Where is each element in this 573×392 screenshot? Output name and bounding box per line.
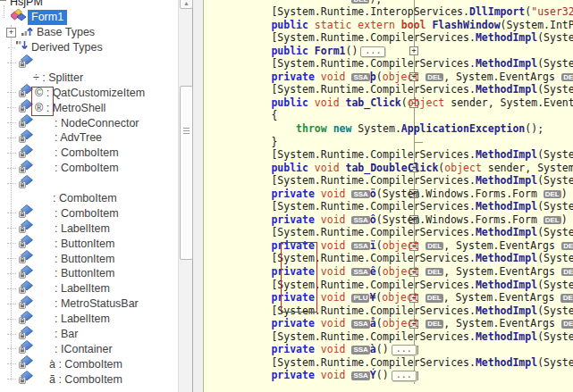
panel-divider[interactable]	[193, 0, 204, 392]
code-token: (Syste	[537, 174, 573, 187]
tree-scrollbar[interactable]: ▲	[178, 0, 193, 392]
member-label: : IContainer	[35, 343, 113, 355]
code-token: (	[376, 317, 383, 329]
collapsed-region-box[interactable]: ...	[392, 345, 417, 355]
expander-icon[interactable]: +	[0, 0, 6, 1]
tree-item[interactable]: © : QatCustomizeItem	[0, 85, 178, 100]
code-line: [System.Runtime.CompilerServices.MethodI…	[222, 356, 573, 370]
code-line: {	[222, 109, 573, 122]
tree-item[interactable]: : ButtonItem	[0, 236, 178, 251]
tree-item[interactable]: : ButtonItem	[0, 251, 178, 266]
tree-guide-tick	[7, 168, 16, 169]
member-tree-panel[interactable]: +HsjPMForm1+Base TypesDerived Types÷ : S…	[0, 0, 178, 392]
code-token: ApplicationException	[401, 122, 525, 135]
tree-item[interactable]: : ComboItem	[0, 161, 178, 176]
tree-guide-tick	[7, 288, 16, 289]
tree-guide-tick	[7, 348, 16, 349]
code-line: private void SSAà()...	[222, 343, 573, 356]
control-char-badge: PLU	[351, 294, 369, 303]
code-line: [System.Runtime.CompilerServices.MethodI…	[222, 279, 573, 292]
tree-item[interactable]: : IContainer	[0, 341, 178, 356]
collapsed-region-box[interactable]: ...	[360, 46, 385, 57]
member-label: : ComboItem	[35, 162, 119, 174]
code-token: ()	[376, 369, 389, 381]
tree-item[interactable]: : ComboItem	[0, 205, 178, 221]
code-token: void	[321, 239, 352, 252]
tree-item[interactable]: : LabelItem	[0, 281, 178, 296]
tree-item[interactable]: Form1	[0, 10, 178, 25]
code-line: public Form1()...	[222, 45, 573, 58]
code-token: , System.EventArgs	[443, 317, 561, 329]
scrollbar-thumb[interactable]	[180, 86, 193, 260]
code-token: void	[321, 213, 352, 226]
code-token: [System.Runtime.CompilerServices.	[271, 57, 475, 70]
code-line: [System.Runtime.CompilerServices.MethodI…	[222, 330, 573, 344]
code-token: void	[321, 188, 352, 200]
member-label: : Bar	[35, 328, 78, 340]
selected-class-label: Form1	[28, 10, 67, 25]
member-label: : AdvTree	[35, 131, 102, 144]
code-token: FlashWindow	[432, 19, 500, 31]
code-line: [System.Runtime.CompilerServices.MethodI…	[222, 226, 573, 239]
tree-item[interactable]: : Bar	[0, 327, 178, 342]
tree-item[interactable]: : MetroStatusBar	[0, 296, 178, 312]
code-token: ô	[370, 213, 376, 226]
tree-item[interactable]: : LabelItem	[0, 312, 178, 327]
code-line: }	[222, 136, 573, 149]
tree-item[interactable]: : ComboItem	[0, 146, 178, 161]
code-token: , System.EventArgs	[443, 265, 561, 278]
code-line: private void SSAï(object DEL, System.Eve…	[222, 239, 573, 253]
code-token: Ý	[370, 369, 376, 381]
code-token: public	[271, 45, 314, 57]
member-label: : NodeConnector	[35, 117, 139, 129]
code-token: }	[271, 136, 277, 148]
tree-item[interactable]	[0, 55, 178, 71]
tree-item[interactable]: Derived Types	[0, 40, 178, 55]
tree-item[interactable]	[0, 176, 178, 191]
tree-item[interactable]: ® : MetroShell	[0, 100, 178, 115]
tree-item[interactable]: ÷ : Splitter	[0, 70, 178, 85]
control-char-badge: SSA	[351, 346, 369, 354]
tree-guide-tick	[7, 379, 16, 379]
code-token: , System.EventArgs	[443, 291, 561, 304]
root-node-label: HsjPM	[0, 0, 43, 8]
red-annotation-box	[281, 242, 317, 313]
tree-item[interactable]: : ComboItem	[0, 191, 178, 206]
class-icon	[11, 9, 26, 25]
tree-item[interactable]: : AdvTree	[0, 130, 178, 146]
control-char-badge: SSA	[351, 371, 369, 380]
code-token: sender, System.Event	[451, 96, 573, 109]
code-token: [System.Runtime.CompilerServices.	[271, 31, 475, 44]
code-token: (Syste	[537, 304, 573, 317]
code-token: void	[321, 317, 352, 329]
tree-item[interactable]: à : ComboItem	[0, 356, 178, 371]
field-icon	[19, 371, 33, 388]
tree-item[interactable]: ã : ComboItem	[0, 371, 178, 387]
tree-guide-tick	[7, 243, 16, 244]
code-token: private	[271, 71, 320, 83]
control-char-badge: DEL	[544, 216, 561, 225]
control-char-badge: DE	[561, 242, 573, 251]
code-line: throw new System.ApplicationException();	[222, 122, 573, 136]
member-label: : ButtonItem	[35, 253, 114, 265]
code-token: MethodImpl	[476, 174, 537, 187]
tree-item[interactable]: +Base Types	[0, 25, 178, 40]
control-char-badge: DE	[561, 268, 573, 277]
collapsed-region-box[interactable]: ...	[392, 371, 417, 381]
group-label: Derived Types	[31, 41, 103, 54]
code-token: MethodImpl	[476, 83, 537, 96]
scroll-up-button[interactable]: ▲	[180, 0, 193, 9]
code-token: [System.Runtime.CompilerServices.	[271, 226, 475, 238]
tree-item[interactable]: : LabelItem	[0, 221, 178, 236]
code-token: [System.Runtime.CompilerServices.	[271, 148, 475, 161]
expander-icon[interactable]: +	[6, 28, 16, 38]
tree-item[interactable]: : ButtonItem	[0, 266, 178, 281]
code-token: MethodImpl	[476, 279, 537, 291]
tree-guide-tick	[7, 213, 16, 213]
code-token: (Syste	[537, 200, 573, 213]
tree-item-root[interactable]: +HsjPM	[0, 0, 178, 10]
red-annotation-box	[31, 87, 54, 116]
tree-item[interactable]: : NodeConnector	[0, 115, 178, 130]
code-token: MethodImpl	[476, 148, 537, 161]
code-panel[interactable]: ++−+++++++++ DEL); [System.Runtime.Inter…	[204, 0, 573, 392]
